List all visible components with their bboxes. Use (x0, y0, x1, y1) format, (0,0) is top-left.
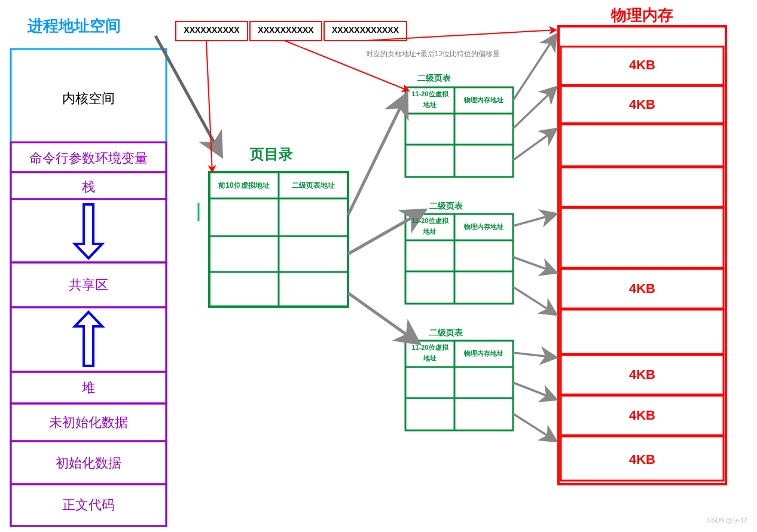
svg-line-54 (513, 353, 556, 357)
pagedir-h1: 前10位虚拟地址 (209, 181, 279, 191)
l2a-h2: 物理内存地址 (454, 96, 513, 105)
addr-bits-3: XXXXXXXXXXXX (324, 25, 407, 35)
seg-kernel: 内核空间 (11, 90, 166, 108)
phys-frame-9: 4KB (561, 408, 724, 423)
seg-stack: 栈 (11, 178, 166, 196)
svg-line-43 (285, 41, 409, 91)
svg-line-51 (513, 214, 556, 226)
svg-line-53 (513, 287, 556, 314)
title-page-directory: 页目录 (250, 145, 293, 164)
svg-line-50 (513, 129, 556, 160)
pagedir-h2: 二级页表地址 (279, 181, 348, 191)
seg-heap: 堆 (11, 379, 166, 397)
phys-frame-1: 4KB (561, 57, 724, 73)
svg-rect-33 (561, 124, 724, 166)
title-l2-a: 二级页表 (417, 73, 451, 84)
title-process-address-space: 进程地址空间 (28, 16, 121, 36)
svg-line-55 (513, 383, 556, 399)
l2b-h2: 物理内存地址 (454, 222, 513, 231)
l2a-h1-bot: 地址 (405, 100, 454, 109)
addr-bits-1: XXXXXXXXXX (176, 25, 248, 35)
svg-line-52 (513, 257, 556, 273)
l2b-h1-top: 11-20位虚拟 (405, 216, 454, 225)
addr-bits-2: XXXXXXXXXX (250, 25, 322, 35)
svg-rect-37 (561, 310, 724, 354)
phys-frame-2: 4KB (561, 97, 724, 112)
svg-rect-35 (561, 208, 724, 268)
l2c-h1-top: 11-20位虚拟 (405, 343, 454, 352)
title-physical-memory: 物理内存 (611, 5, 673, 26)
l2b-h1-bot: 地址 (405, 227, 454, 236)
phys-frame-10: 4KB (561, 452, 724, 467)
svg-line-47 (348, 293, 419, 343)
watermark: CSDN @1e-12 (707, 517, 747, 524)
svg-rect-3 (11, 199, 166, 262)
svg-line-42 (206, 41, 212, 172)
seg-env: 命令行参数环境变量 (11, 149, 166, 167)
l2c-h1-bot: 地址 (405, 354, 454, 363)
l2c-h2: 物理内存地址 (454, 349, 513, 358)
seg-data: 初始化数据 (11, 454, 166, 472)
phys-frame-8: 4KB (561, 367, 724, 383)
seg-shared: 共享区 (11, 276, 166, 294)
svg-line-45 (348, 94, 407, 215)
phys-frame-6: 4KB (561, 281, 724, 296)
svg-line-49 (513, 87, 556, 129)
svg-rect-34 (561, 167, 724, 207)
title-l2-b: 二级页表 (429, 201, 463, 212)
svg-line-48 (513, 35, 556, 100)
l2a-h1-top: 11-20位虚拟 (405, 90, 454, 99)
seg-text: 正文代码 (11, 496, 166, 514)
title-l2-c: 二级页表 (429, 328, 463, 338)
seg-bss: 未初始化数据 (11, 414, 166, 432)
svg-line-56 (513, 414, 556, 441)
note-offset: 对应的页框地址+最后12位比特位的偏移量 (366, 49, 500, 59)
svg-rect-5 (11, 307, 166, 372)
